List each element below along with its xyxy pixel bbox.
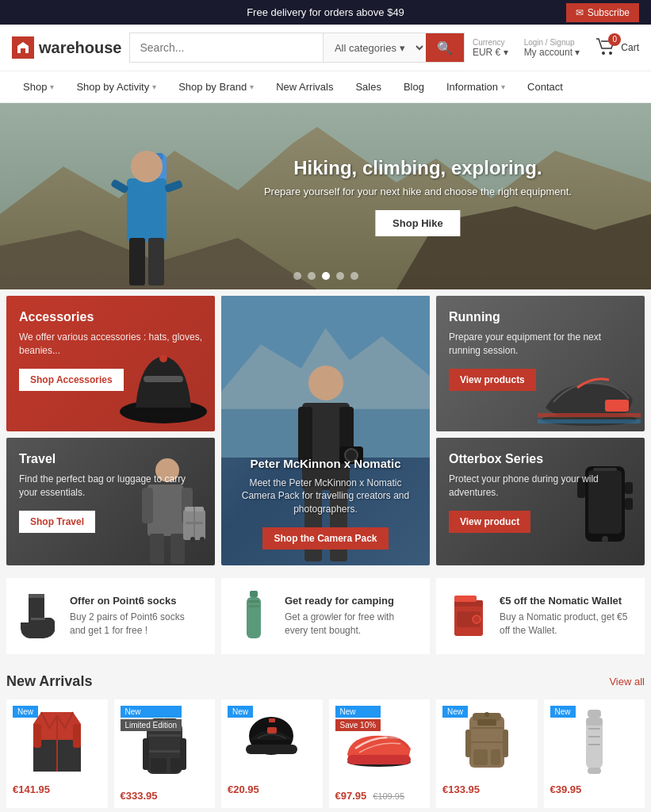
offer-camping-text: Get ready for camping Get a growler for …	[285, 595, 417, 638]
svg-rect-71	[151, 758, 167, 772]
account-value: My account ▾	[524, 47, 580, 58]
svg-rect-72	[170, 758, 180, 772]
hero-dot-2[interactable]	[308, 272, 316, 280]
svg-rect-60	[454, 596, 477, 602]
category-select[interactable]: All categories ▾	[323, 33, 426, 62]
badge-shoe-new: New	[335, 706, 381, 718]
travel-button[interactable]: Shop Travel	[19, 511, 95, 533]
header: warehouse All categories ▾ 🔍 Currency EU…	[0, 25, 651, 71]
main-nav: Shop ▾ Shop by Activity ▾ Shop by Brand …	[0, 71, 651, 103]
running-title: Running	[449, 310, 632, 324]
offer-socks-text: Offer on Point6 socks Buy 2 pairs of Poi…	[70, 595, 202, 638]
currency-value: EUR € ▾	[473, 47, 508, 58]
search-icon: 🔍	[437, 41, 453, 55]
search-button[interactable]: 🔍	[426, 33, 464, 62]
header-actions: Currency EUR € ▾ Login / Signup My accou…	[473, 38, 639, 58]
svg-rect-98	[588, 744, 600, 745]
nav-arrivals-label: New Arrivals	[276, 81, 333, 93]
nav-shop-by-activity[interactable]: Shop by Activity ▾	[65, 71, 167, 102]
cart-button[interactable]: 0 Cart	[595, 38, 639, 58]
svg-rect-97	[588, 736, 600, 737]
hero-dot-4[interactable]	[336, 272, 344, 280]
cart-badge: 0	[608, 33, 621, 46]
svg-rect-90	[477, 719, 496, 726]
view-all-link[interactable]: View all	[609, 676, 645, 688]
hero-hiker	[95, 115, 206, 289]
mckinnon-card: Peter McKinnon x Nomatic Meet the Peter …	[221, 296, 430, 565]
nav-shop[interactable]: Shop ▾	[12, 71, 65, 102]
hero-dot-3[interactable]	[322, 272, 330, 280]
product-backpack2[interactable]: New €133.95	[436, 699, 538, 808]
product-backpack2-price: €133.95	[442, 783, 480, 795]
nav-shop-by-brand[interactable]: Shop by Brand ▾	[167, 71, 265, 102]
subscribe-icon: ✉	[576, 7, 584, 18]
nav-brand-arrow: ▾	[250, 82, 254, 91]
nav-contact[interactable]: Contact	[516, 71, 574, 102]
product-thermos[interactable]: New €39.95	[544, 699, 645, 808]
svg-rect-54	[247, 597, 261, 638]
logo[interactable]: warehouse	[12, 36, 121, 59]
product-cap[interactable]: New €20.95	[221, 699, 323, 808]
nav-information[interactable]: Information ▾	[435, 71, 516, 102]
mckinnon-desc: Meet the Peter McKinnon x Nomatic Camera…	[234, 477, 417, 516]
svg-rect-87	[491, 749, 500, 765]
svg-rect-15	[164, 180, 183, 193]
svg-rect-75	[180, 738, 186, 770]
otterbox-button[interactable]: View product	[449, 511, 530, 533]
mckinnon-content: Peter McKinnon x Nomatic Meet the Peter …	[221, 296, 430, 565]
nav-info-arrow: ▾	[501, 82, 505, 91]
top-banner: Free delivery for orders above $49 ✉ Sub…	[0, 0, 651, 25]
account-selector[interactable]: Login / Signup My account ▾	[524, 38, 580, 58]
offer-wallet-title: €5 off the Nomatic Wallet	[500, 595, 632, 607]
product-shoe[interactable]: New Save 10% €97.95 €109.95	[329, 699, 431, 808]
svg-rect-55	[248, 600, 259, 603]
logo-text: warehouse	[39, 39, 121, 57]
badge-limited: Limited Edition	[121, 719, 182, 731]
subscribe-button[interactable]: ✉ Subscribe	[566, 3, 639, 22]
running-content: Running Prepare your equipment for the n…	[436, 296, 645, 431]
logo-icon	[12, 36, 34, 59]
currency-selector[interactable]: Currency EUR € ▾	[473, 38, 508, 58]
nav-activity-arrow: ▾	[152, 82, 156, 91]
nav-new-arrivals[interactable]: New Arrivals	[265, 71, 344, 102]
banner-message: Free delivery for orders above $49	[247, 6, 404, 18]
svg-rect-78	[267, 727, 277, 733]
nav-info-label: Information	[446, 81, 498, 93]
login-label: Login / Signup	[524, 38, 575, 47]
product-backpack[interactable]: New Limited Edition €333.95	[114, 699, 216, 808]
hero-dot-1[interactable]	[293, 272, 301, 280]
category-grid: Accessories We offer various accessories…	[0, 289, 651, 572]
nav-blog[interactable]: Blog	[393, 71, 435, 102]
accessories-button[interactable]: Shop Accessories	[19, 369, 124, 391]
running-button[interactable]: View products	[449, 369, 536, 391]
product-backpack-price: €333.95	[121, 790, 158, 802]
offers-row: Offer on Point6 socks Buy 2 pairs of Poi…	[0, 572, 651, 661]
hero-shop-button[interactable]: Shop Hike	[375, 210, 461, 236]
product-jacket[interactable]: New €141.95	[6, 699, 108, 808]
cart-label: Cart	[621, 42, 639, 53]
product-shoe-price: €97.95	[335, 790, 367, 802]
svg-point-11	[131, 151, 163, 182]
mckinnon-button[interactable]: Shop the Camera Pack	[262, 527, 388, 550]
wallet-icon	[449, 592, 488, 640]
svg-rect-94	[586, 718, 603, 726]
badge-new: New	[121, 706, 182, 718]
svg-rect-77	[246, 745, 297, 754]
product-shoe-badges: New Save 10%	[335, 706, 381, 731]
socks-icon	[19, 592, 59, 640]
product-badge-new: New	[13, 706, 38, 718]
svg-rect-85	[471, 741, 503, 743]
nav-sales[interactable]: Sales	[344, 71, 393, 102]
svg-point-3	[609, 52, 612, 55]
offer-socks: Offer on Point6 socks Buy 2 pairs of Poi…	[6, 578, 215, 654]
svg-rect-79	[269, 718, 275, 722]
new-arrivals-header: New Arrivals View all	[6, 673, 645, 690]
offer-socks-title: Offer on Point6 socks	[70, 595, 202, 607]
offer-camping-desc: Get a growler for free with every tent b…	[285, 611, 417, 638]
travel-card: Travel Find the perfect bag or luggage t…	[6, 438, 215, 565]
search-input[interactable]	[130, 33, 322, 62]
accessories-content: Accessories We offer various accessories…	[6, 296, 215, 431]
svg-rect-86	[473, 749, 488, 765]
svg-point-91	[484, 712, 489, 717]
hero-dot-5[interactable]	[350, 272, 358, 280]
